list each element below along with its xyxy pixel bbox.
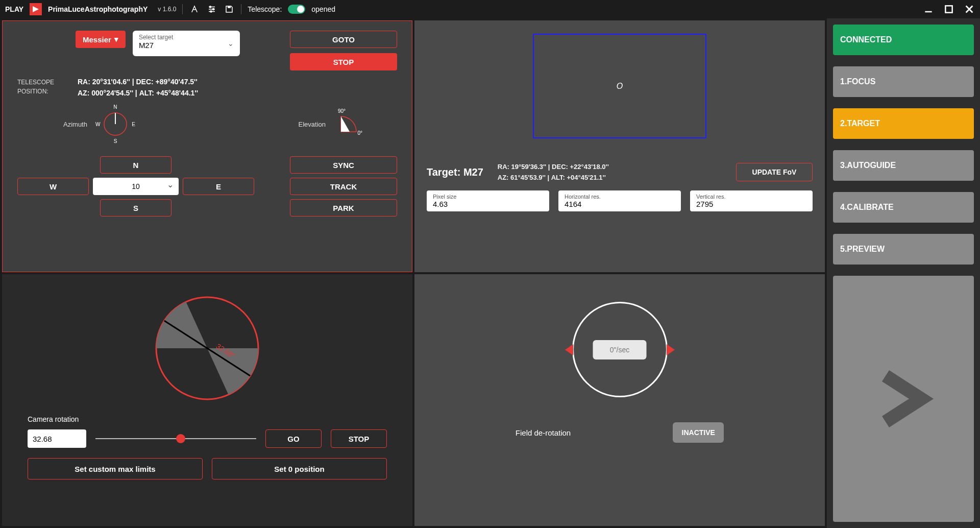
rotator-dial: 32.68° — [154, 295, 261, 402]
settings-sliders-icon[interactable] — [206, 4, 217, 15]
telescope-position-label: TELESCOPEPOSITION: — [17, 78, 68, 97]
toolbar-divider — [182, 4, 183, 14]
maximize-icon[interactable] — [943, 4, 954, 15]
rotator-panel: 32.68° Camera rotation GO STOP Set custo… — [2, 274, 412, 526]
save-icon[interactable] — [224, 4, 235, 15]
fov-target-mark-icon: O — [617, 82, 623, 91]
target-coords: RA: 19°59'36.3'' | DEC: +22°43'18.0'' AZ… — [498, 163, 609, 181]
rotation-stop-button[interactable]: STOP — [331, 429, 387, 448]
set-zero-button[interactable]: Set 0 position — [212, 458, 387, 479]
telescope-label: Telescope: — [248, 5, 282, 13]
app-name: PrimaLuceAstrophotographY — [48, 5, 148, 13]
telescope-toggle[interactable] — [288, 5, 305, 14]
track-button[interactable]: TRACK — [290, 178, 397, 195]
svg-point-1 — [210, 6, 211, 8]
derot-decrease-icon[interactable] — [565, 344, 573, 355]
nav-connected[interactable]: CONNECTED — [833, 25, 974, 55]
fov-preview: O — [533, 34, 706, 138]
rotation-slider[interactable] — [95, 429, 256, 448]
workflow-nav: CONNECTED 1.FOCUS 2.TARGET 3.AUTOGUIDE 4… — [827, 18, 980, 528]
catalog-dropdown[interactable]: Messier ▾ — [76, 31, 126, 48]
sync-button[interactable]: SYNC — [290, 156, 397, 174]
derotation-state-button[interactable]: INACTIVE — [673, 422, 724, 443]
compass-icon: N S E W — [97, 106, 133, 142]
vertical-res-input[interactable]: Vertical res. 2795 — [690, 190, 813, 211]
derotation-dial: 0"/sec — [570, 300, 670, 399]
nudge-south-button[interactable]: S — [100, 199, 172, 217]
update-fov-button[interactable]: UPDATE FoV — [736, 163, 813, 181]
nudge-west-button[interactable]: W — [17, 178, 89, 195]
brand-prefix: PLAY — [5, 5, 23, 13]
derot-increase-icon[interactable] — [667, 344, 675, 355]
pixel-size-input[interactable]: Pixel size 4.63 — [427, 190, 549, 211]
target-info-panel: O Target: M27 RA: 19°59'36.3'' | DEC: +2… — [414, 20, 825, 272]
svg-rect-5 — [945, 6, 952, 12]
slew-speed-select[interactable]: 10 — [93, 178, 179, 195]
nudge-east-button[interactable]: E — [183, 178, 254, 195]
svg-rect-4 — [228, 6, 231, 8]
close-icon[interactable] — [964, 4, 975, 15]
set-limits-button[interactable]: Set custom max limits — [28, 458, 203, 479]
app-version: v 1.6.0 — [158, 6, 176, 13]
nav-autoguide[interactable]: 3.AUTOGUIDE — [833, 150, 974, 181]
mount-icon[interactable] — [189, 4, 200, 15]
derotation-label: Field de-rotation — [516, 428, 571, 437]
camera-rotation-label: Camera rotation — [28, 415, 387, 423]
rotation-go-button[interactable]: GO — [265, 429, 322, 448]
app-logo-icon — [30, 3, 42, 15]
goto-button[interactable]: GOTO — [290, 31, 397, 48]
azimuth-label: Azimuth — [63, 121, 87, 128]
elevation-icon: 90° 0° — [336, 111, 366, 137]
nav-calibrate[interactable]: 4.CALIBRATE — [833, 192, 974, 223]
elevation-label: Elevation — [299, 121, 326, 128]
target-value: M27 — [139, 41, 234, 50]
derotation-rate[interactable]: 0"/sec — [593, 340, 647, 359]
chevron-right-large-icon — [870, 366, 937, 432]
stop-button[interactable]: STOP — [290, 53, 397, 70]
rotation-angle-input[interactable] — [28, 429, 86, 448]
nav-focus[interactable]: 1.FOCUS — [833, 66, 974, 97]
telescope-control-panel: Messier ▾ Select target M27 ⌄ GOTO STOP — [2, 20, 412, 272]
svg-point-2 — [213, 9, 214, 10]
nav-next-button[interactable] — [833, 276, 974, 522]
derotation-panel: 0"/sec Field de-rotation INACTIVE — [414, 274, 825, 526]
svg-point-3 — [210, 11, 212, 12]
chevron-down-icon: ⌄ — [228, 39, 234, 47]
toolbar-divider — [241, 4, 241, 14]
nav-target[interactable]: 2.TARGET — [833, 108, 974, 139]
telescope-position-values: RA: 20°31'04.6'' | DEC: +89°40'47.5'' AZ… — [78, 78, 198, 97]
target-placeholder: Select target — [139, 34, 234, 41]
main-toolbar: PLAY PrimaLuceAstrophotographY v 1.6.0 T… — [0, 0, 980, 18]
target-select[interactable]: Select target M27 ⌄ — [133, 31, 240, 56]
target-name: Target: M27 — [427, 166, 483, 178]
horizontal-res-input[interactable]: Horizontal res. 4164 — [558, 190, 681, 211]
catalog-label: Messier — [83, 35, 111, 44]
telescope-state: opened — [311, 5, 335, 13]
caret-down-icon: ▾ — [114, 35, 118, 44]
minimize-icon[interactable] — [923, 4, 934, 15]
park-button[interactable]: PARK — [290, 199, 397, 217]
nudge-north-button[interactable]: N — [100, 156, 172, 174]
nav-preview[interactable]: 5.PREVIEW — [833, 234, 974, 265]
